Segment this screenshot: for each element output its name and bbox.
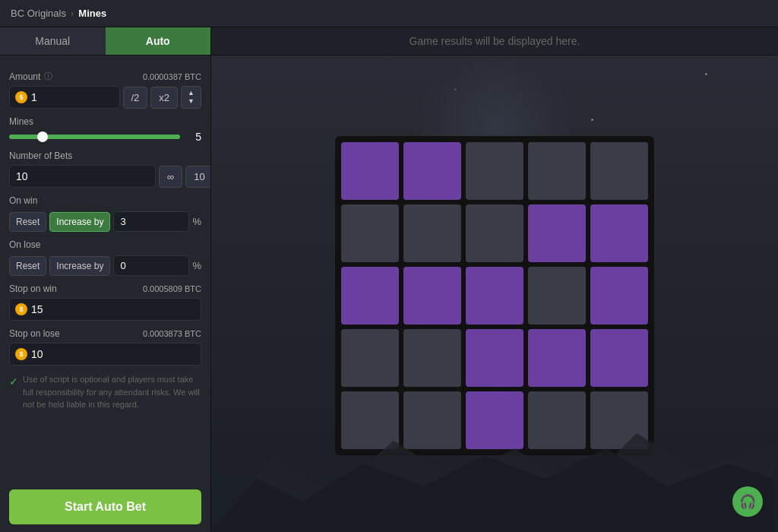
breadcrumb-chevron: › [71,8,74,19]
mine-cell[interactable] [466,204,523,262]
amount-updown[interactable]: ▲ ▼ [181,86,201,109]
stop-win-label: Stop on win 0.0005809 BTC [9,283,201,294]
main-layout: Manual Auto Amount ⓘ 0.0000387 BTC $ /2 … [0,27,778,532]
on-win-increase-btn[interactable]: Increase by [49,212,110,232]
mines-value: 5 [186,131,201,143]
mine-cell[interactable] [528,204,586,262]
stop-win-row: $ [9,298,201,321]
mine-cell[interactable] [403,204,461,262]
mine-cell[interactable] [590,267,648,325]
mine-cell[interactable] [528,142,586,200]
mines-label: Mines [9,116,201,127]
panel-content: Amount ⓘ 0.0000387 BTC $ /2 x2 ▲ ▼ Mines [0,55,210,482]
bets-input[interactable] [9,165,156,188]
amount-label: Amount ⓘ 0.0000387 BTC [9,71,201,82]
mine-cell[interactable] [341,142,399,200]
support-button[interactable]: 🎧 [732,486,763,517]
on-lose-row: Reset Increase by % [9,255,201,276]
mine-cell[interactable] [403,142,461,200]
disclaimer-text: Use of script is optional and players mu… [23,373,201,411]
start-auto-bet-button[interactable]: Start Auto Bet [9,489,201,524]
stop-win-input[interactable] [9,298,201,321]
on-win-percent: % [192,216,201,227]
stop-lose-input[interactable] [9,343,201,366]
on-win-row: Reset Increase by % [9,211,201,232]
on-lose-increase-btn[interactable]: Increase by [49,256,110,276]
amount-row: $ /2 x2 ▲ ▼ [9,86,201,109]
amount-input-wrapper: $ [9,86,120,109]
on-lose-value-input[interactable] [113,255,189,276]
stop-lose-btc: 0.0003873 BTC [143,329,201,338]
on-win-label: On win [9,195,201,206]
up-arrow: ▲ [188,89,194,97]
breadcrumb-current: Mines [78,8,106,19]
mines-slider-row: 5 [9,131,201,143]
on-lose-label: On lose [9,239,201,250]
headphone-icon: 🎧 [739,493,756,510]
mine-cell[interactable] [528,267,586,325]
game-result-banner: Game results will be displayed here. [211,27,778,55]
left-panel: Manual Auto Amount ⓘ 0.0000387 BTC $ /2 … [0,27,211,532]
stop-lose-row: $ [9,343,201,366]
coin-icon: $ [15,91,27,103]
amount-info-icon: ⓘ [44,71,52,82]
stop-lose-label: Stop on lose 0.0003873 BTC [9,328,201,339]
on-win-value-input[interactable] [113,211,189,232]
bets-10-btn[interactable]: 10 [185,166,211,188]
stop-lose-coin-icon: $ [15,348,27,360]
amount-btc-value: 0.0000387 BTC [143,72,201,81]
mine-cell[interactable] [341,329,399,387]
half-btn[interactable]: /2 [123,87,148,109]
breadcrumb-parent[interactable]: BC Originals [11,8,66,19]
mine-cell[interactable] [403,267,461,325]
bets-row: ∞ 10 100 [9,165,201,188]
topbar: BC Originals › Mines [0,0,778,27]
infinity-btn[interactable]: ∞ [159,166,182,188]
on-lose-reset-btn[interactable]: Reset [9,256,46,276]
mine-cell[interactable] [466,142,523,200]
mine-cell[interactable] [528,329,586,387]
tab-manual[interactable]: Manual [0,27,106,55]
stop-lose-input-wrapper: $ [9,343,201,366]
mine-cell[interactable] [403,329,461,387]
tab-auto[interactable]: Auto [106,27,211,55]
double-btn[interactable]: x2 [150,87,178,109]
disclaimer-icon: ✓ [9,374,18,390]
mine-cell[interactable] [466,329,523,387]
tabs: Manual Auto [0,27,210,55]
mines-slider[interactable] [9,135,180,139]
mine-cell[interactable] [341,204,399,262]
disclaimer: ✓ Use of script is optional and players … [9,373,201,411]
mountains-decoration [211,380,773,532]
game-result-text: Game results will be displayed here. [410,35,580,47]
on-win-reset-btn[interactable]: Reset [9,212,46,232]
mine-cell[interactable] [590,204,648,262]
stop-win-coin-icon: $ [15,303,27,315]
stop-win-input-wrapper: $ [9,298,201,321]
mine-cell[interactable] [466,267,523,325]
mine-cell[interactable] [341,267,399,325]
down-arrow: ▼ [188,97,194,106]
mine-cell[interactable] [590,329,648,387]
on-lose-percent: % [192,260,201,271]
right-panel: Game results will be displayed here. 🎧 [211,27,778,532]
bets-label: Number of Bets [9,150,201,161]
mine-cell[interactable] [590,142,648,200]
stop-win-btc: 0.0005809 BTC [143,284,201,293]
